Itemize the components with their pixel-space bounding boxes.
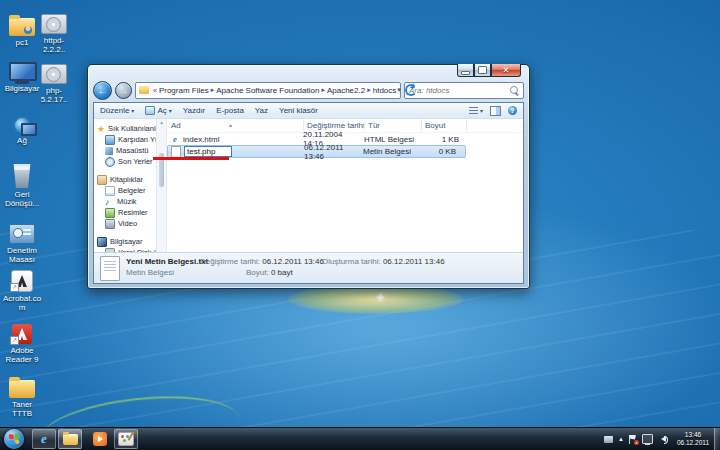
html-file-icon: e xyxy=(170,134,180,144)
column-header-size[interactable]: Boyut xyxy=(425,121,445,130)
breadcrumb-apache22[interactable]: Apache2.2 xyxy=(326,86,366,95)
desktop-icon-label: Denetim Masası xyxy=(1,246,43,264)
minimize-button[interactable] xyxy=(457,64,474,77)
folder-icon xyxy=(9,380,35,398)
details-modified-value: 06.12.2011 13:46 xyxy=(262,257,324,266)
desktop-icon-label: Geri Dönüşü... xyxy=(1,190,43,208)
column-header-modified[interactable]: Değiştirme tarihi xyxy=(307,121,365,130)
scroll-up-icon[interactable]: ▴ xyxy=(160,119,163,125)
documents-icon xyxy=(105,186,115,196)
toolbar-item-yaz[interactable]: Yaz xyxy=(255,106,268,115)
breadcrumb-apache-software-foundation[interactable]: Apache Software Foundation xyxy=(215,86,320,95)
installer-icon xyxy=(41,14,67,34)
media-player-icon xyxy=(93,432,107,446)
details-created-label: Oluşturma tarihi: xyxy=(322,257,381,266)
views-icon xyxy=(469,107,478,114)
window-client-area: Düzenle ▾ Aç ▾ Yazdır E-posta Yaz Yeni k… xyxy=(93,102,524,284)
search-input[interactable] xyxy=(405,86,510,95)
sidebar-label: Son Yerler xyxy=(118,157,153,166)
desktop-icon-php-installer[interactable]: php-5.2.17.. xyxy=(33,58,75,104)
column-divider[interactable] xyxy=(466,120,467,131)
libraries-icon xyxy=(97,175,107,185)
tray-device-icon[interactable] xyxy=(604,436,613,443)
toolbar-label: E-posta xyxy=(216,106,244,115)
toolbar-label: Yazdır xyxy=(183,106,206,115)
desktop-icon-network[interactable]: Ağ xyxy=(1,108,43,145)
column-divider[interactable] xyxy=(364,120,365,131)
computer-icon xyxy=(97,237,107,247)
desktop-icon-label: Acrobat.com xyxy=(1,294,43,312)
control-panel-icon xyxy=(9,224,35,244)
forward-button[interactable]: → xyxy=(115,82,132,99)
column-header-type[interactable]: Tür xyxy=(368,121,380,130)
toolbar-item-yeni-klasor[interactable]: Yeni klasör xyxy=(279,106,318,115)
open-app-icon xyxy=(145,106,155,115)
desktop-icon-taner-folder[interactable]: Taner TTTB xyxy=(1,372,43,418)
desktop-icon-adobe-reader[interactable]: ↗ Adobe Reader 9 xyxy=(1,318,43,364)
toolbar-item-eposta[interactable]: E-posta xyxy=(216,106,244,115)
toolbar-item-duzenle[interactable]: Düzenle ▾ xyxy=(100,106,134,115)
rename-input[interactable] xyxy=(184,146,232,157)
sort-ascending-icon: ▴ xyxy=(229,121,232,128)
desktop-icon-recycle-bin[interactable]: Geri Dönüşü... xyxy=(1,162,43,208)
sidebar-item-desktop[interactable]: Masaüstü xyxy=(94,145,156,156)
column-divider[interactable] xyxy=(421,120,422,131)
sidebar-item-videos[interactable]: Video xyxy=(94,218,156,229)
folder-icon xyxy=(63,434,78,445)
breadcrumb-program-files[interactable]: Program Files xyxy=(158,86,210,95)
desktop-icon-httpd-installer[interactable]: httpd-2.2.2.. xyxy=(33,8,75,54)
close-button[interactable]: × xyxy=(491,64,521,77)
shortcut-arrow-icon: ↗ xyxy=(10,336,19,345)
breadcrumb-htdocs[interactable]: htdocs xyxy=(372,86,398,95)
shared-folder-icon xyxy=(9,18,35,36)
taskbar-media-player-button[interactable] xyxy=(88,429,112,449)
sidebar-label: Kitaplıklar xyxy=(110,175,143,184)
desktop-icon-label: Taner TTTB xyxy=(1,400,43,418)
volume-icon[interactable] xyxy=(658,436,666,442)
sidebar-item-pictures[interactable]: Resimler xyxy=(94,207,156,218)
column-header-name[interactable]: Ad xyxy=(171,121,181,130)
explorer-main: ★Sık Kullanılanlar Karşıdan Yüklem Masaü… xyxy=(94,119,523,252)
clock-date: 06.12.2011 xyxy=(673,439,713,447)
address-bar[interactable]: « Program Files ▸ Apache Software Founda… xyxy=(135,82,401,99)
back-button[interactable]: ← xyxy=(93,81,112,100)
sidebar-label: Video xyxy=(118,219,137,228)
show-hidden-icons-button[interactable]: ▲ xyxy=(618,436,624,442)
sidebar-item-downloads[interactable]: Karşıdan Yüklem xyxy=(94,134,156,145)
sidebar-label: Belgeler xyxy=(118,186,146,195)
sidebar-item-recent-places[interactable]: Son Yerler xyxy=(94,156,156,167)
action-center-icon[interactable]: x xyxy=(629,435,637,444)
sidebar-item-computer[interactable]: Bilgisayar xyxy=(94,236,156,247)
sidebar-label: Müzik xyxy=(117,197,137,206)
taskbar-clock[interactable]: 13:46 06.12.2011 xyxy=(673,431,713,447)
desktop-icon-label: Adobe Reader 9 xyxy=(1,346,43,364)
show-desktop-button[interactable] xyxy=(714,428,720,450)
taskbar-internet-explorer-button[interactable]: e xyxy=(32,429,56,449)
help-button[interactable]: ? xyxy=(508,106,517,115)
details-pane: Yeni Metin Belgesi.txt Metin Belgesi Değ… xyxy=(94,252,523,283)
preview-pane-button[interactable] xyxy=(490,106,501,116)
taskbar-explorer-button[interactable] xyxy=(58,429,82,449)
sidebar-item-documents[interactable]: Belgeler xyxy=(94,185,156,196)
sidebar-item-libraries[interactable]: Kitaplıklar xyxy=(94,174,156,185)
desktop-icon-acrobat-com[interactable]: ↗ Acrobat.com xyxy=(1,266,43,312)
sidebar-item-music[interactable]: ♪Müzik xyxy=(94,196,156,207)
toolbar-item-ac[interactable]: Aç ▾ xyxy=(145,106,171,115)
address-dropdown-icon[interactable]: ▾ xyxy=(397,86,401,94)
change-view-button[interactable]: ▾ xyxy=(469,107,483,114)
forward-arrow-icon: → xyxy=(119,85,129,96)
toolbar-item-yazdir[interactable]: Yazdır xyxy=(183,106,206,115)
desktop-icon-control-panel[interactable]: Denetim Masası xyxy=(1,218,43,264)
network-tray-icon[interactable] xyxy=(642,434,653,444)
taskbar-paint-button[interactable] xyxy=(114,429,138,449)
maximize-button[interactable] xyxy=(474,64,491,77)
back-arrow-icon: ← xyxy=(98,85,108,96)
taskbar: e ▲ x 13:46 06.12.2011 xyxy=(0,427,720,450)
sidebar-item-favorites[interactable]: ★Sık Kullanılanlar xyxy=(94,123,156,134)
file-type: Metin Belgesi xyxy=(363,147,420,156)
sidebar-label: Resimler xyxy=(118,208,148,217)
sidebar-scrollbar[interactable]: ▴ xyxy=(156,119,167,252)
pictures-icon xyxy=(105,208,115,218)
desktop-icon-label: httpd-2.2.2.. xyxy=(33,36,75,54)
start-button[interactable] xyxy=(4,429,24,449)
